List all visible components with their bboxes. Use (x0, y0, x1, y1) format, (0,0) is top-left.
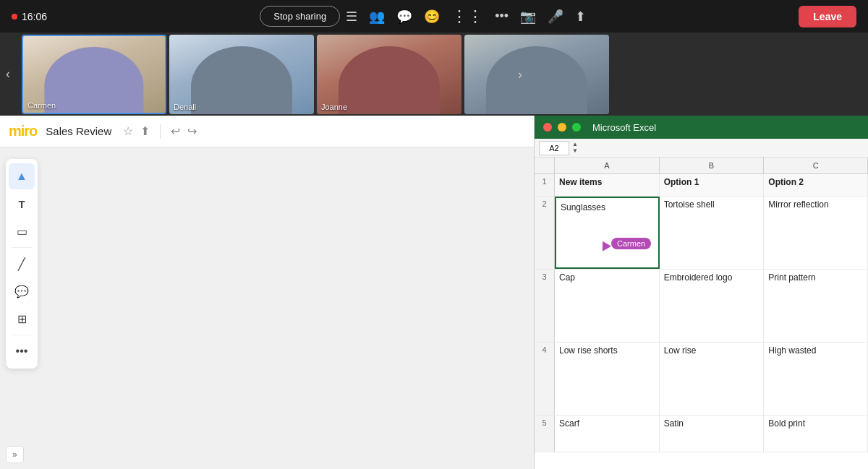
cell-b4[interactable]: Low rise (660, 343, 765, 415)
cell-b5[interactable]: Satin (660, 416, 765, 452)
traffic-light-red[interactable] (543, 123, 552, 132)
carmen-cursor: Carmen (600, 238, 651, 249)
video-thumb-unknown[interactable] (464, 35, 609, 114)
column-header-b[interactable]: B (660, 158, 765, 173)
video-strip: ‹ Carmen Denali Joanne › (0, 33, 868, 116)
time-text: 16:06 (22, 11, 47, 22)
sticky-tool-button[interactable]: ▭ (9, 218, 35, 244)
traffic-light-green[interactable] (572, 123, 581, 132)
line-icon: ╱ (18, 257, 25, 271)
table-row: 1 New items Option 1 Option 2 (535, 174, 868, 197)
miro-header-icons: ☆ ⬆ ↩ ↪ (123, 124, 197, 139)
excel-area: Microsoft Excel A2 ▲ ▼ A B C 1 (534, 116, 868, 469)
redo-icon[interactable]: ↪ (187, 124, 197, 138)
nav-right-arrow[interactable]: › (512, 66, 528, 82)
participant-name-carmen: Carmen (27, 101, 56, 110)
cell-a1[interactable]: New items (555, 174, 660, 196)
star-icon[interactable]: ☆ (123, 124, 133, 138)
video-thumb-carmen[interactable]: Carmen (22, 35, 166, 114)
line-tool-button[interactable]: ╱ (9, 251, 35, 277)
excel-formula-bar: A2 ▲ ▼ (535, 139, 868, 158)
cell-a4[interactable]: Low rise shorts (555, 343, 660, 415)
excel-titlebar: Microsoft Excel (535, 116, 868, 139)
text-icon: T (18, 198, 25, 210)
meeting-controls: Stop sharing ☰ 👥 💬 😊 ⋮⋮ ••• 📷 🎤 ⬆ (260, 6, 586, 27)
miro-logo: miro (9, 123, 37, 139)
cell-b3[interactable]: Embroidered logo (660, 270, 765, 342)
formula-down-arrow[interactable]: ▼ (572, 148, 578, 154)
share-icon[interactable]: ⬆ (140, 124, 150, 138)
row-number-5: 5 (535, 416, 555, 452)
nav-left-arrow[interactable]: ‹ (0, 66, 16, 82)
cell-c5[interactable]: Bold print (764, 416, 868, 452)
cursor-icon: ▲ (16, 170, 27, 183)
row-number-1: 1 (535, 174, 555, 196)
frame-tool-button[interactable]: ⊞ (9, 306, 35, 332)
comment-icon: 💬 (14, 285, 29, 298)
more-tools-button[interactable]: ••• (9, 338, 35, 364)
undo-icon[interactable]: ↩ (171, 124, 180, 138)
cell-a5[interactable]: Scarf (555, 416, 660, 452)
time-display: 16:06 (12, 11, 47, 22)
more-tools-icon: ••• (16, 345, 28, 358)
text-tool-button[interactable]: T (9, 191, 35, 217)
chat-icon[interactable]: 💬 (396, 9, 412, 25)
traffic-light-yellow[interactable] (558, 123, 566, 132)
row-number-3: 3 (535, 270, 555, 342)
stop-sharing-button[interactable]: Stop sharing (260, 6, 340, 27)
cell-a3[interactable]: Cap (555, 270, 660, 342)
video-thumb-joanne[interactable]: Joanne (317, 35, 461, 114)
formula-arrows: ▲ ▼ (572, 142, 578, 154)
more-icon[interactable]: ••• (495, 9, 509, 24)
corner-cell (535, 158, 555, 173)
cell-c3[interactable]: Print pattern (764, 270, 868, 342)
camera-icon[interactable]: 📷 (520, 9, 536, 25)
cell-c4[interactable]: High wasted (764, 343, 868, 415)
excel-grid: A B C 1 New items Option 1 Option 2 2 (535, 158, 868, 469)
miro-canvas[interactable] (0, 147, 534, 469)
row-number-2: 2 (535, 197, 555, 269)
cell-c2[interactable]: Mirror reflection (764, 197, 868, 269)
emoji-icon[interactable]: 😊 (424, 9, 440, 25)
cursor-tool-button[interactable]: ▲ (9, 163, 35, 189)
excel-column-headers: A B C (535, 158, 868, 174)
miro-bottom-bar: » (6, 446, 24, 463)
formula-up-arrow[interactable]: ▲ (572, 142, 578, 147)
video-thumb-denali[interactable]: Denali (169, 35, 314, 114)
collapse-panel-button[interactable]: » (6, 446, 24, 463)
excel-window-title: Microsoft Excel (592, 122, 656, 133)
cell-b1[interactable]: Option 1 (660, 174, 765, 196)
table-row: 4 Low rise shorts Low rise High wasted (535, 343, 868, 416)
table-row: 5 Scarf Satin Bold print (535, 416, 868, 452)
apps-icon[interactable]: ⋮⋮ (451, 7, 483, 26)
people-icon[interactable]: 👥 (369, 9, 385, 25)
cell-b2[interactable]: Tortoise shell (660, 197, 765, 269)
cell-c1[interactable]: Option 2 (764, 174, 868, 196)
table-row: 2 Sunglasses Carmen Tortoise shell Mirro… (535, 197, 868, 270)
screen-icon[interactable]: ⬆ (575, 9, 586, 25)
participant-name-denali: Denali (174, 103, 196, 111)
table-row: 3 Cap Embroidered logo Print pattern (535, 270, 868, 343)
column-header-a[interactable]: A (555, 158, 660, 173)
cursor-arrow-icon (598, 238, 611, 251)
list-icon[interactable]: ☰ (346, 9, 357, 25)
cell-reference-box[interactable]: A2 (539, 141, 569, 155)
cell-ref-value: A2 (549, 144, 558, 152)
comment-tool-button[interactable]: 💬 (9, 278, 35, 304)
cell-a2[interactable]: Sunglasses Carmen (555, 197, 660, 269)
mic-icon[interactable]: 🎤 (548, 9, 563, 25)
frame-icon: ⊞ (17, 312, 27, 326)
meeting-icons-group: ☰ 👥 💬 😊 ⋮⋮ ••• 📷 🎤 ⬆ (346, 7, 586, 26)
recording-indicator (12, 14, 17, 20)
row-number-4: 4 (535, 343, 555, 415)
column-header-c[interactable]: C (764, 158, 868, 173)
leave-button[interactable]: Leave (799, 6, 856, 27)
miro-header: miro Sales Review ☆ ⬆ ↩ ↪ (0, 116, 534, 147)
miro-area: miro Sales Review ☆ ⬆ ↩ ↪ ▲ T ▭ (0, 116, 534, 469)
meeting-bar: 16:06 Stop sharing ☰ 👥 💬 😊 ⋮⋮ ••• 📷 🎤 ⬆ … (0, 0, 868, 33)
miro-toolbar: ▲ T ▭ ╱ 💬 ⊞ ••• (6, 159, 38, 369)
main-content: miro Sales Review ☆ ⬆ ↩ ↪ ▲ T ▭ (0, 116, 868, 469)
cursor-label: Carmen (611, 238, 651, 249)
sticky-icon: ▭ (17, 225, 27, 238)
miro-board-title: Sales Review (46, 125, 111, 137)
